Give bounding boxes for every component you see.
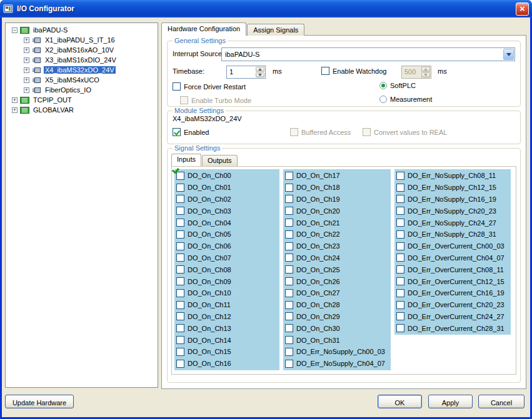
checkbox-checked-icon[interactable] [176, 289, 184, 297]
signal-row[interactable]: DO_On_Ch02 [174, 194, 279, 205]
checkbox-checked-icon[interactable] [285, 265, 293, 274]
checkbox-unchecked-icon[interactable] [173, 82, 181, 91]
signal-row[interactable]: DO_On_Ch20 [283, 205, 391, 217]
checkbox-checked-icon[interactable] [396, 184, 404, 192]
signal-row[interactable]: DO_On_Ch16 [174, 358, 279, 370]
signal-row[interactable]: DO_On_Ch06 [174, 240, 279, 252]
signal-row[interactable]: DO_On_Ch09 [174, 275, 279, 287]
spin-down-button[interactable] [256, 72, 264, 77]
signal-row[interactable]: DO_On_Ch04 [174, 217, 279, 229]
signal-row[interactable]: DO_Err_NoSupply_Ch08_11 [394, 170, 511, 182]
cancel-button[interactable]: Cancel [478, 395, 524, 408]
tree-item-label[interactable]: ibaPADU-S [32, 26, 69, 34]
signal-row[interactable]: DO_Err_OverCurrent_Ch12_15 [394, 275, 511, 287]
checkbox-checked-icon[interactable] [176, 348, 184, 356]
signal-row[interactable]: DO_Err_NoSupply_Ch16_19 [394, 194, 511, 205]
signal-row[interactable]: DO_On_Ch11 [174, 299, 279, 311]
checkbox-checked-icon[interactable] [176, 172, 184, 180]
signal-row[interactable]: DO_Err_NoSupply_Ch12_15 [394, 182, 511, 194]
signal-row[interactable]: DO_Err_OverCurrent_Ch04_07 [394, 252, 511, 264]
signal-row[interactable]: DO_Err_NoSupply_Ch24_27 [394, 217, 511, 229]
checkbox-checked-icon[interactable] [176, 265, 184, 274]
radio-unselected-icon[interactable] [379, 96, 387, 103]
checkbox-checked-icon[interactable] [285, 301, 293, 309]
checkbox-checked-icon[interactable] [285, 207, 293, 215]
tree-item[interactable]: +X1_ibaPADU_S_IT_16 [6, 35, 158, 45]
checkbox-checked-icon[interactable] [285, 289, 293, 297]
signal-row[interactable]: DO_On_Ch07 [174, 252, 279, 264]
signal-row[interactable]: DO_On_Ch01 [174, 182, 279, 194]
checkbox-checked-icon[interactable] [176, 207, 184, 215]
checkbox-checked-icon[interactable] [285, 312, 293, 320]
signal-row[interactable]: DO_On_Ch22 [283, 229, 391, 240]
signal-row[interactable]: DO_On_Ch05 [174, 229, 279, 240]
tab-outputs[interactable]: Outputs [202, 155, 238, 166]
expand-icon[interactable]: + [24, 77, 29, 83]
checkbox-checked-icon[interactable] [176, 336, 184, 344]
tree-item-label[interactable]: TCPIP_OUT [32, 96, 73, 104]
checkbox-checked-icon[interactable] [396, 265, 404, 274]
signal-row[interactable]: DO_Err_NoSupply_Ch20_23 [394, 205, 511, 217]
timebase-input[interactable]: 1 [226, 66, 266, 79]
tree-item[interactable]: +X2_ibaMS16xAO_10V [6, 45, 158, 55]
checkbox-checked-icon[interactable] [176, 195, 184, 203]
interrupt-source-select[interactable]: ibaPADU-S [221, 47, 515, 61]
combo-dropdown-button[interactable] [503, 49, 514, 60]
expand-icon[interactable]: + [24, 67, 29, 73]
update-hardware-button[interactable]: Update Hardware [5, 395, 74, 408]
signal-row[interactable]: DO_Err_OverCurrent_Ch28_31 [394, 322, 511, 334]
signal-row[interactable]: DO_On_Ch30 [283, 322, 391, 334]
signal-row[interactable]: DO_On_Ch28 [283, 299, 391, 311]
checkbox-checked-icon[interactable] [396, 230, 404, 239]
measurement-radio[interactable]: Measurement [379, 96, 432, 103]
signal-row[interactable]: DO_On_Ch08 [174, 264, 279, 275]
checkbox-unchecked-icon[interactable] [321, 67, 329, 75]
checkbox-checked-icon[interactable] [285, 172, 293, 180]
signal-row[interactable]: DO_On_Ch03 [174, 205, 279, 217]
expand-icon[interactable]: + [24, 87, 29, 93]
radio-selected-icon[interactable] [379, 82, 387, 89]
checkbox-checked-icon[interactable] [396, 324, 404, 332]
signal-row[interactable]: DO_On_Ch29 [283, 311, 391, 323]
checkbox-checked-icon[interactable] [176, 324, 184, 332]
signal-row[interactable]: DO_On_Ch23 [283, 240, 391, 252]
tab-assign-signals[interactable]: Assign Signals [247, 24, 304, 36]
expand-icon[interactable]: + [24, 37, 29, 43]
checkbox-checked-icon[interactable] [285, 219, 293, 227]
expand-icon[interactable]: + [12, 107, 18, 113]
apply-button[interactable]: Apply [428, 395, 473, 408]
signal-row[interactable]: DO_Err_NoSupply_Ch28_31 [394, 229, 511, 240]
signal-row[interactable]: DO_On_Ch25 [283, 264, 391, 275]
expand-icon[interactable]: + [24, 57, 29, 63]
checkbox-checked-icon[interactable] [285, 195, 293, 203]
signal-row[interactable]: DO_Err_OverCurrent_Ch16_19 [394, 287, 511, 299]
checkbox-checked-icon[interactable] [396, 219, 404, 227]
checkbox-checked-icon[interactable] [285, 360, 293, 368]
signal-row[interactable]: DO_Err_OverCurrent_Ch20_23 [394, 299, 511, 311]
checkbox-checked-icon[interactable] [176, 230, 184, 239]
force-driver-restart-checkbox[interactable]: Force Driver Restart [173, 82, 246, 91]
checkbox-checked-icon[interactable] [285, 242, 293, 250]
tree-item-label[interactable]: X4_ibaMS32xDO_24V [44, 66, 116, 74]
signal-row[interactable]: DO_On_Ch13 [174, 322, 279, 334]
tree-item[interactable]: +FiberOptics_IO [6, 85, 158, 95]
signal-row[interactable]: DO_On_Ch26 [283, 275, 391, 287]
checkbox-checked-icon[interactable] [396, 312, 404, 320]
checkbox-checked-icon[interactable] [396, 207, 404, 215]
signal-row[interactable]: DO_On_Ch27 [283, 287, 391, 299]
signal-row[interactable]: DO_On_Ch17 [283, 170, 391, 182]
ok-button[interactable]: OK [378, 395, 422, 408]
tree-item-label[interactable]: X1_ibaPADU_S_IT_16 [44, 36, 116, 44]
signal-row[interactable]: DO_On_Ch00 [174, 170, 279, 182]
titlebar[interactable]: I/O Configurator × [0, 0, 532, 17]
signal-row[interactable]: DO_On_Ch21 [283, 217, 391, 229]
tree-item-label[interactable]: X2_ibaMS16xAO_10V [44, 46, 115, 54]
tab-inputs[interactable]: Inputs [171, 154, 201, 166]
tree-item-label[interactable]: FiberOptics_IO [44, 86, 93, 94]
checkbox-checked-icon[interactable] [396, 172, 404, 180]
checkbox-checked-icon[interactable] [285, 336, 293, 344]
tree-item[interactable]: −ibaPADU-S [6, 25, 158, 35]
signal-row[interactable]: DO_On_Ch10 [174, 287, 279, 299]
checkbox-checked-icon[interactable] [176, 184, 184, 192]
signal-row[interactable]: DO_On_Ch18 [283, 182, 391, 194]
